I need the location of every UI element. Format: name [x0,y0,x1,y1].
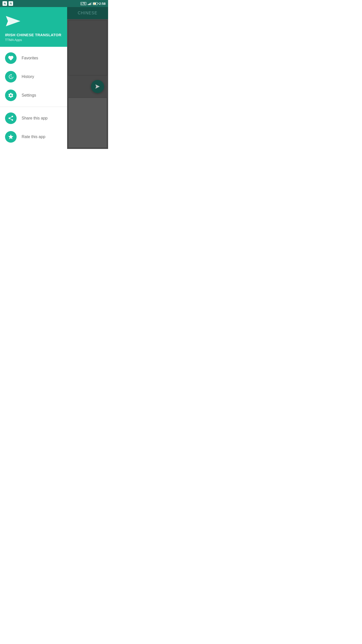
status-bar: N N LTE ⚡ 2:58 [0,0,108,7]
n-icon-1: N [3,1,7,6]
main-content-panel: CHINESE [67,7,108,149]
drawer-overlay[interactable] [67,7,108,149]
clock: 2:58 [99,2,106,6]
share-icon [8,115,14,121]
sidebar-item-history[interactable]: History [0,67,67,86]
battery-icon: ⚡ [93,2,98,5]
rate-label: Rate this app [22,135,45,139]
favorites-icon-circle [5,52,17,64]
battery-bolt: ⚡ [94,3,96,5]
svg-marker-0 [6,16,20,26]
main-layout: IRISH CHINESE TRANSLATOR TTMA Apps Favor… [0,7,108,149]
lte-badge: LTE [80,2,86,5]
clock-icon [8,74,14,80]
history-label: History [22,74,34,79]
favorites-label: Favorites [22,56,38,60]
settings-label: Settings [22,93,36,98]
sidebar-item-rate[interactable]: Rate this app [0,128,67,146]
signal-bars [88,2,92,5]
history-icon-circle [5,71,17,83]
sidebar-item-favorites[interactable]: Favorites [0,49,67,67]
sidebar-item-share[interactable]: Share this app [0,109,67,128]
navigation-drawer: IRISH CHINESE TRANSLATOR TTMA Apps Favor… [0,7,67,146]
sidebar-item-settings[interactable]: Settings [0,86,67,105]
status-right: LTE ⚡ 2:58 [80,2,106,6]
drawer-divider [0,107,67,107]
app-title: IRISH CHINESE TRANSLATOR [5,33,62,37]
drawer-primary-items: Favorites History Set [0,47,67,146]
app-subtitle: TTMA Apps [5,38,62,42]
share-label: Share this app [22,116,48,120]
heart-icon [8,55,14,61]
rate-icon-circle [5,131,17,143]
drawer-header: IRISH CHINESE TRANSLATOR TTMA Apps [0,7,67,47]
star-icon [8,134,14,140]
app-logo [5,13,21,29]
status-left: N N [3,1,13,6]
settings-icon-circle [5,90,17,101]
gear-icon [8,92,14,98]
share-icon-circle [5,112,17,124]
n-icon-2: N [9,1,13,6]
